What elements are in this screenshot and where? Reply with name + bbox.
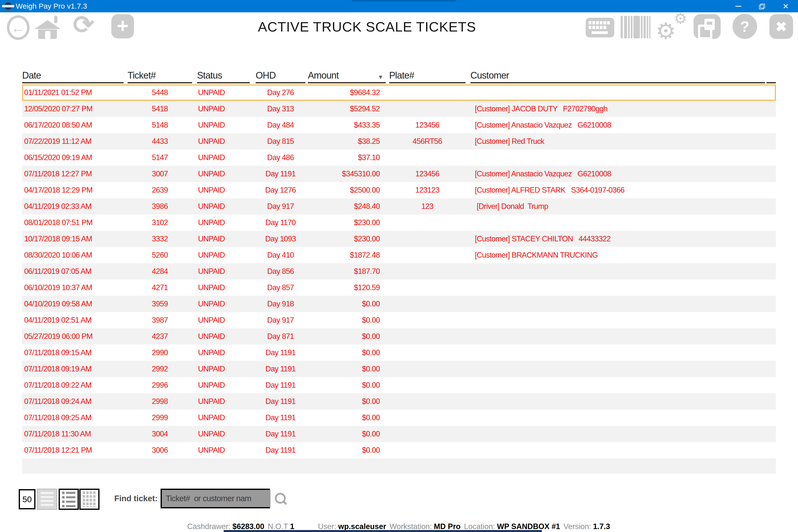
- home-button[interactable]: [35, 14, 61, 39]
- table-row[interactable]: 06/11/2019 07:05 AM4284UNPAIDDay 856$187…: [22, 263, 776, 280]
- cell-status: UNPAID: [197, 214, 250, 231]
- cell-customer: [471, 345, 765, 361]
- cell-ohd: Day 1191: [256, 345, 305, 361]
- column-header-date[interactable]: Date: [22, 69, 124, 83]
- sort-descending-icon: ▼: [378, 73, 383, 81]
- cell-plate: [389, 410, 466, 426]
- status-label: User:: [318, 522, 336, 531]
- gear-icon: ⚙: [656, 20, 676, 42]
- cell-amount: $37.10: [308, 150, 386, 166]
- close-button[interactable]: ✕: [773, 0, 798, 12]
- status-value: 1.7.3: [593, 522, 610, 531]
- bottom-accent-bar: [224, 530, 542, 532]
- cell-status: UNPAID: [197, 410, 250, 426]
- column-header-extra[interactable]: [766, 69, 776, 83]
- table-row[interactable]: 07/11/2018 12:21 PM3006UNPAIDDay 1191$0.…: [22, 442, 776, 458]
- table-row-selected[interactable]: 01/11/2021 01:52 PM5448UNPAIDDay 276$968…: [22, 84, 776, 101]
- switch-window-button[interactable]: [694, 14, 721, 39]
- minimize-icon: [736, 6, 741, 7]
- cell-amount: $0.00: [308, 426, 386, 442]
- cell-customer: [471, 280, 765, 296]
- view-button-detail-list[interactable]: [59, 489, 79, 510]
- table-row[interactable]: 04/11/2019 02:33 AM3986UNPAIDDay 917$248…: [22, 198, 776, 214]
- cell-ohd: Day 1191: [256, 361, 305, 377]
- table-row[interactable]: 07/11/2018 09:24 AM2998UNPAIDDay 1191$0.…: [22, 393, 776, 410]
- add-icon: +: [117, 16, 129, 36]
- table-row[interactable]: 12/05/2020 07:27 PM5418UNPAIDDay 313$529…: [22, 101, 776, 117]
- find-ticket-input[interactable]: [162, 490, 270, 507]
- cell-date: 04/17/2018 12:29 PM: [22, 182, 124, 198]
- table-row[interactable]: 07/11/2018 09:15 AM2990UNPAIDDay 1191$0.…: [22, 345, 776, 361]
- page-title: ACTIVE TRUCK SCALE TICKETS: [148, 15, 586, 38]
- cell-plate: [389, 442, 466, 458]
- column-header-customer[interactable]: Customer: [471, 69, 765, 83]
- table-row[interactable]: 07/11/2018 09:25 AM2999UNPAIDDay 1191$0.…: [22, 410, 776, 426]
- cell-date: 07/11/2018 09:22 AM: [22, 377, 124, 393]
- view-button-grid[interactable]: [79, 489, 99, 510]
- cell-date: 06/11/2019 07:05 AM: [22, 263, 124, 280]
- cell-status: UNPAID: [197, 280, 250, 296]
- cell-customer: [471, 410, 765, 426]
- cell-ticket: 2999: [128, 410, 192, 426]
- back-button[interactable]: ←: [7, 15, 30, 40]
- column-header-amount[interactable]: Amount▼: [308, 69, 386, 83]
- cell-customer: [Customer] Red Truck: [471, 133, 765, 150]
- cell-plate: [389, 214, 466, 231]
- table-row[interactable]: 05/27/2019 06:00 PM4237UNPAIDDay 871$0.0…: [22, 328, 776, 345]
- barcode-button[interactable]: [621, 15, 652, 40]
- table-row[interactable]: 07/22/2019 11:12 AM4433UNPAIDDay 815$38.…: [22, 133, 776, 150]
- table-row[interactable]: 06/17/2020 08:50 AM5148UNPAIDDay 484$433…: [22, 117, 776, 133]
- table-row[interactable]: 07/11/2018 11:30 AM3004UNPAIDDay 1191$0.…: [22, 426, 776, 442]
- status-value: WP SANDBOX #1: [497, 522, 560, 531]
- column-header-ticket[interactable]: Ticket#: [128, 69, 192, 83]
- cell-ohd: Day 1093: [256, 231, 305, 247]
- keyboard-button[interactable]: [586, 18, 614, 38]
- table-row[interactable]: 07/11/2018 12:27 PM3007UNPAIDDay 1191$34…: [22, 166, 776, 182]
- column-header-status[interactable]: Status: [197, 69, 250, 83]
- column-header-ohd[interactable]: OHD: [256, 69, 305, 83]
- view-button-simple-list[interactable]: [37, 489, 57, 510]
- maximize-button[interactable]: [750, 0, 773, 12]
- status-item: Cashdrawer:$6283.00: [187, 522, 264, 531]
- table-row[interactable]: 08/30/2020 10:06 AM5260UNPAIDDay 410$187…: [22, 247, 776, 263]
- cell-ohd: Day 1191: [256, 166, 305, 182]
- cell-plate: [389, 231, 466, 247]
- add-ticket-button[interactable]: +: [111, 14, 134, 38]
- exit-button[interactable]: ✖: [770, 14, 793, 39]
- cell-status: UNPAID: [197, 84, 250, 101]
- cell-amount: $0.00: [308, 442, 386, 458]
- app-logo-icon: [3, 1, 13, 11]
- settings-button[interactable]: ⚙ ⚙: [656, 13, 690, 39]
- keyboard-icon: [586, 18, 614, 37]
- cell-ohd: Day 815: [256, 133, 305, 150]
- column-header-label: Plate#: [389, 70, 414, 81]
- cell-customer: [471, 328, 765, 345]
- table-row[interactable]: 04/10/2019 09:58 AM3959UNPAIDDay 918$0.0…: [22, 296, 776, 312]
- minimize-button[interactable]: [727, 0, 750, 12]
- table-row[interactable]: 06/10/2019 10:37 AM4271UNPAIDDay 857$120…: [22, 280, 776, 296]
- table-row[interactable]: 07/11/2018 09:22 AM2996UNPAIDDay 1191$0.…: [22, 377, 776, 393]
- list-lines-icon: [41, 492, 54, 507]
- exit-icon: ✖: [776, 19, 787, 35]
- cell-date: 07/11/2018 12:21 PM: [22, 442, 124, 458]
- cell-amount: $120.59: [308, 280, 386, 296]
- cell-ticket: 4237: [128, 328, 192, 345]
- column-header-plate[interactable]: Plate#: [389, 69, 466, 83]
- cell-customer: [Customer] Anastacio Vazquez G6210008: [471, 166, 765, 182]
- cell-customer: [Customer] Anastacio Vazquez G6210008: [471, 117, 765, 133]
- help-button[interactable]: ?: [733, 14, 757, 39]
- cell-status: UNPAID: [197, 166, 250, 182]
- status-item: Version:1.7.3: [564, 522, 610, 531]
- cell-plate: 123456: [389, 117, 466, 133]
- cell-ohd: Day 1191: [256, 442, 305, 458]
- refresh-button[interactable]: ⟳: [73, 12, 94, 37]
- table-row[interactable]: 10/17/2018 09:15 AM3332UNPAIDDay 1093$23…: [22, 231, 776, 247]
- column-header-label: Amount: [308, 70, 339, 81]
- table-row[interactable]: 04/11/2019 02:51 AM3987UNPAIDDay 917$0.0…: [22, 312, 776, 328]
- table-row[interactable]: 06/15/2020 09:19 AM5147UNPAIDDay 486$37.…: [22, 150, 776, 166]
- table-row[interactable]: 08/01/2018 07:51 PM3102UNPAIDDay 1170$23…: [22, 214, 776, 231]
- cell-customer: [471, 214, 765, 231]
- page-size-box[interactable]: 50: [19, 489, 36, 509]
- table-row[interactable]: 07/11/2018 09:19 AM2992UNPAIDDay 1191$0.…: [22, 361, 776, 377]
- table-row[interactable]: 04/17/2018 12:29 PM2639UNPAIDDay 1276$25…: [22, 182, 776, 198]
